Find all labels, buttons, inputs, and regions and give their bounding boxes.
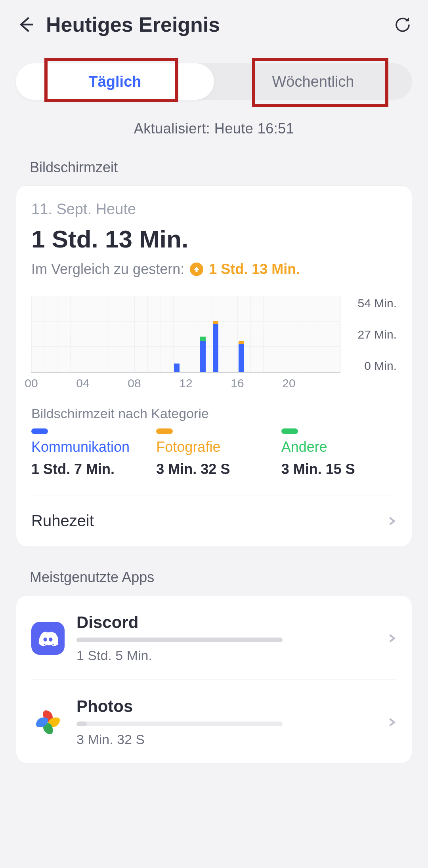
app-name: Photos	[76, 697, 374, 716]
app-row[interactable]: Photos3 Min. 32 S	[31, 680, 397, 763]
x-tick: 12	[179, 377, 192, 390]
chart-bar	[200, 337, 206, 372]
x-tick: 20	[282, 377, 295, 390]
category-name: Andere	[281, 439, 397, 455]
compare-row: Im Vergleich zu gestern: 1 Std. 13 Min.	[31, 261, 397, 278]
tab-daily[interactable]: Täglich	[16, 63, 214, 100]
chart-y-axis: 54 Min. 27 Min. 0 Min.	[345, 297, 397, 373]
tab-weekly[interactable]: Wöchentlich	[214, 63, 412, 100]
back-icon[interactable]	[16, 14, 36, 35]
y-tick: 54 Min.	[348, 297, 397, 310]
y-tick: 27 Min.	[348, 328, 397, 341]
category-pill	[156, 428, 173, 434]
chevron-right-icon	[386, 516, 397, 526]
app-row[interactable]: Discord1 Std. 5 Min.	[31, 596, 397, 680]
app-usage-bar	[76, 721, 283, 726]
category-item: Fotografie3 Min. 32 S	[156, 428, 271, 478]
screentime-card: 11. Sept. Heute 1 Std. 13 Min. Im Vergle…	[16, 185, 412, 547]
section-label-screentime: Bildschirmzeit	[30, 159, 428, 176]
date-line: 11. Sept. Heute	[31, 201, 397, 218]
updated-label: Aktualisiert: Heute 16:51	[0, 120, 428, 137]
chart-bar	[174, 364, 180, 372]
x-tick: 08	[128, 377, 141, 390]
total-screentime: 1 Std. 13 Min.	[31, 225, 397, 253]
chevron-right-icon	[386, 633, 397, 643]
ruhezeit-label: Ruhezeit	[31, 512, 94, 530]
category-item: Andere3 Min. 15 S	[281, 428, 397, 478]
discord-icon	[31, 622, 65, 655]
app-time: 3 Min. 32 S	[76, 732, 374, 747]
period-segmented-control: Täglich Wöchentlich	[16, 63, 412, 100]
category-pill	[31, 428, 48, 434]
category-item: Kommunikation1 Std. 7 Min.	[31, 428, 147, 478]
x-tick: 16	[231, 377, 244, 390]
app-usage-bar	[76, 638, 283, 642]
page-title: Heutiges Ereignis	[46, 13, 393, 36]
category-time: 3 Min. 15 S	[281, 461, 397, 478]
app-name: Discord	[76, 613, 374, 632]
ruhezeit-row[interactable]: Ruhezeit	[31, 495, 397, 546]
chart-bar	[213, 321, 218, 372]
category-pill	[281, 428, 298, 434]
x-tick: 00	[25, 377, 38, 390]
app-time: 1 Std. 5 Min.	[76, 648, 374, 663]
category-time: 1 Std. 7 Min.	[31, 461, 147, 478]
refresh-icon[interactable]	[393, 15, 412, 34]
screentime-chart: 000408121620 54 Min. 27 Min. 0 Min.	[31, 297, 397, 391]
x-tick: 04	[76, 377, 89, 390]
compare-delta: 1 Std. 13 Min.	[209, 261, 300, 278]
category-name: Fotografie	[156, 439, 271, 455]
chart-bar	[239, 341, 244, 372]
chevron-right-icon	[386, 717, 397, 727]
apps-card: Discord1 Std. 5 Min.Photos3 Min. 32 S	[16, 595, 412, 763]
arrow-up-icon	[190, 263, 203, 276]
photos-icon	[31, 706, 65, 739]
category-time: 3 Min. 32 S	[156, 461, 271, 478]
category-title: Bildschirmzeit nach Kategorie	[31, 406, 397, 421]
compare-label: Im Vergleich zu gestern:	[31, 261, 184, 278]
category-name: Kommunikation	[31, 439, 147, 455]
section-label-apps: Meistgenutzte Apps	[30, 569, 428, 586]
y-tick: 0 Min.	[348, 359, 397, 373]
